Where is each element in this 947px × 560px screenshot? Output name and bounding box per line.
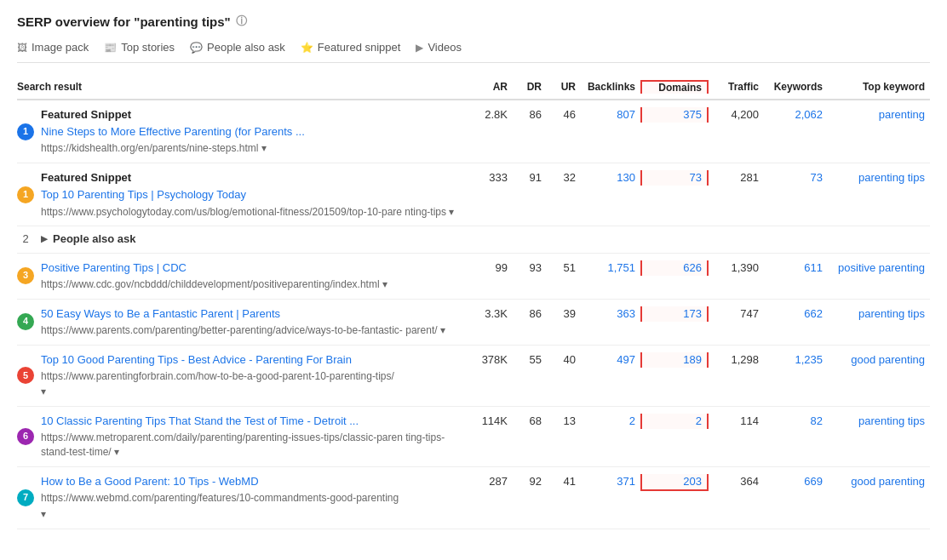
- filter-people-also-ask-label: People also ask: [207, 41, 285, 54]
- result-cell: 7 How to Be a Good Parent: 10 Tips - Web…: [17, 474, 462, 522]
- filter-image-pack[interactable]: 🖼 Image pack: [17, 41, 89, 54]
- table-row: 1 Featured Snippet Nine Steps to More Ef…: [17, 100, 930, 163]
- result-url: https://www.parentingforbrain.com/how-to…: [41, 369, 394, 384]
- result-url: https://www.psychologytoday.com/us/blog/…: [41, 205, 454, 220]
- filter-bar: 🖼 Image pack 📰 Top stories 💬 People also…: [17, 41, 930, 63]
- rank-badge: 7: [17, 489, 34, 506]
- domains-cell: 173: [640, 306, 709, 322]
- keywords-cell: 611: [764, 260, 828, 276]
- keywords-cell: 73: [764, 170, 828, 186]
- filter-top-stories[interactable]: 📰 Top stories: [104, 41, 175, 54]
- result-title-block: Top 10 Good Parenting Tips - Best Advice…: [41, 352, 394, 400]
- badge-container: 7 How to Be a Good Parent: 10 Tips - Web…: [17, 474, 456, 522]
- backlinks-cell: 1,751: [581, 260, 640, 276]
- top-keyword-cell: parenting tips: [828, 414, 930, 429]
- ar-cell: 3.3K: [462, 306, 513, 322]
- table-row: 3 Positive Parenting Tips | CDC https://…: [17, 254, 930, 300]
- top-keyword-cell: good parenting: [828, 352, 930, 368]
- help-icon[interactable]: ⓘ: [236, 14, 247, 29]
- backlinks-cell: 2: [581, 414, 640, 429]
- result-title-block: Featured Snippet Top 10 Parenting Tips |…: [41, 170, 454, 219]
- ur-cell: 51: [547, 260, 581, 276]
- featured-snippet-icon: ⭐: [301, 42, 313, 54]
- top-keyword-cell: parenting tips: [828, 306, 930, 322]
- ar-cell: 2.8K: [462, 107, 513, 123]
- filter-people-also-ask[interactable]: 💬 People also ask: [190, 41, 285, 54]
- people-also-ask-label: ▶ People also ask: [41, 231, 136, 247]
- badge-container: 1 Featured Snippet Nine Steps to More Ef…: [17, 107, 456, 156]
- filter-videos[interactable]: ▶ Videos: [416, 41, 462, 54]
- page-title: SERP overview for "parenting tips": [17, 14, 231, 29]
- table-row: 1 Featured Snippet Top 10 Parenting Tips…: [17, 163, 930, 226]
- result-link[interactable]: How to Be a Good Parent: 10 Tips - WebMD: [41, 474, 399, 489]
- result-link[interactable]: 10 Classic Parenting Tips That Stand the…: [41, 414, 456, 429]
- result-cell: 6 10 Classic Parenting Tips That Stand t…: [17, 414, 462, 460]
- top-keyword-cell: parenting: [828, 107, 930, 123]
- result-cell: 3 Positive Parenting Tips | CDC https://…: [17, 260, 462, 292]
- ar-cell: 333: [462, 170, 513, 186]
- ar-cell: 99: [462, 260, 513, 276]
- dr-cell: 55: [513, 352, 547, 368]
- dr-cell: 86: [513, 107, 547, 123]
- ur-cell: 41: [547, 474, 581, 489]
- table-row: 5 Top 10 Good Parenting Tips - Best Advi…: [17, 346, 930, 408]
- th-domains: Domains: [640, 80, 709, 94]
- result-url: https://www.webmd.com/parenting/features…: [41, 491, 399, 506]
- backlinks-cell: 371: [581, 474, 640, 489]
- result-title-block: Positive Parenting Tips | CDC https://ww…: [41, 260, 387, 292]
- filter-videos-label: Videos: [428, 41, 462, 54]
- result-link[interactable]: Positive Parenting Tips | CDC: [41, 260, 387, 276]
- badge-container: 3 Positive Parenting Tips | CDC https://…: [17, 260, 456, 292]
- result-cell: 1 Featured Snippet Top 10 Parenting Tips…: [17, 170, 462, 219]
- ur-cell: 46: [547, 107, 581, 123]
- result-title-block: Featured Snippet Nine Steps to More Effe…: [41, 107, 305, 156]
- domains-cell: 203: [640, 474, 709, 491]
- table-row: 2 ▶ People also ask: [17, 226, 930, 253]
- backlinks-cell: 497: [581, 352, 640, 368]
- result-cell: 1 Featured Snippet Nine Steps to More Ef…: [17, 107, 462, 156]
- backlinks-cell: 807: [581, 107, 640, 123]
- dr-cell: 86: [513, 306, 547, 322]
- dr-cell: 68: [513, 414, 547, 429]
- badge-container: 1 Featured Snippet Top 10 Parenting Tips…: [17, 170, 456, 219]
- backlinks-cell: 130: [581, 170, 640, 186]
- videos-icon: ▶: [416, 42, 423, 54]
- table-row: 6 10 Classic Parenting Tips That Stand t…: [17, 407, 930, 467]
- domains-cell: 189: [640, 352, 709, 368]
- filter-featured-snippet[interactable]: ⭐ Featured snippet: [301, 41, 401, 54]
- top-keyword-cell: positive parenting: [828, 260, 930, 276]
- result-label: Featured Snippet: [41, 170, 454, 186]
- result-url-extra: ▾: [41, 507, 399, 522]
- traffic-cell: 281: [709, 170, 764, 186]
- traffic-cell: 364: [709, 474, 764, 489]
- result-title-block: 10 Classic Parenting Tips That Stand the…: [41, 414, 456, 460]
- th-ur: UR: [547, 81, 581, 93]
- keywords-cell: 1,235: [764, 352, 828, 368]
- th-top-keyword: Top keyword: [828, 81, 930, 93]
- result-link[interactable]: Top 10 Good Parenting Tips - Best Advice…: [41, 352, 394, 368]
- image-pack-icon: 🖼: [17, 42, 27, 54]
- ar-cell: 287: [462, 474, 513, 489]
- keywords-cell: 82: [764, 414, 828, 429]
- top-keyword-cell: good parenting: [828, 474, 930, 489]
- keywords-cell: 2,062: [764, 107, 828, 123]
- badge-container: 4 50 Easy Ways to Be a Fantastic Parent …: [17, 306, 456, 338]
- th-keywords: Keywords: [764, 81, 828, 93]
- result-link[interactable]: Nine Steps to More Effective Parenting (…: [41, 124, 305, 140]
- domains-cell: 2: [640, 414, 709, 429]
- th-dr: DR: [513, 81, 547, 93]
- traffic-cell: 4,200: [709, 107, 764, 123]
- ur-cell: 39: [547, 306, 581, 322]
- rank-badge: 5: [17, 367, 34, 384]
- dr-cell: 93: [513, 260, 547, 276]
- badge-container: 6 10 Classic Parenting Tips That Stand t…: [17, 414, 456, 460]
- result-link[interactable]: 50 Easy Ways to Be a Fantastic Parent | …: [41, 306, 445, 322]
- result-url: https://kidshealth.org/en/parents/nine-s…: [41, 141, 305, 156]
- results-table: Search result AR DR UR Backlinks Domains…: [17, 75, 930, 529]
- backlinks-cell: 363: [581, 306, 640, 322]
- rank-badge: 3: [17, 267, 34, 284]
- result-url: https://www.cdc.gov/ncbddd/childdevelopm…: [41, 277, 387, 292]
- result-url-extra: ▾: [41, 385, 394, 399]
- th-ar: AR: [462, 81, 513, 93]
- result-link[interactable]: Top 10 Parenting Tips | Psychology Today: [41, 187, 454, 203]
